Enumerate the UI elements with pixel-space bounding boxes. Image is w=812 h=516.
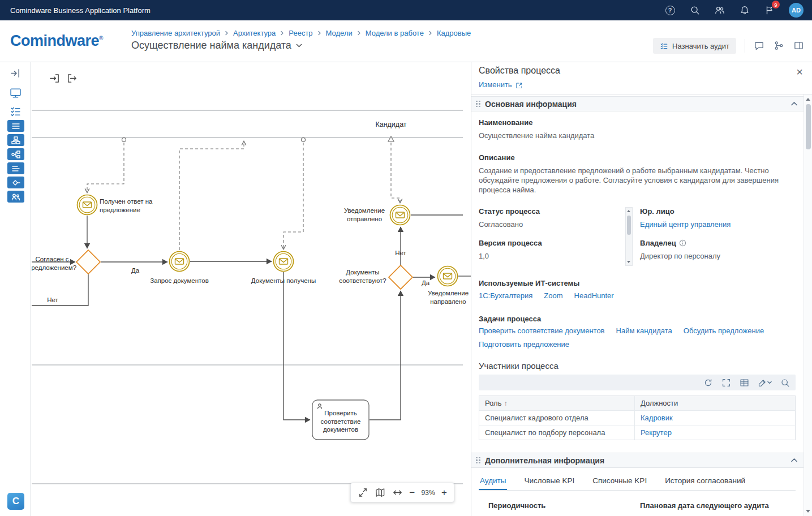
minimap-icon[interactable] <box>375 487 385 498</box>
tab-approval-history[interactable]: История согласований <box>664 474 746 490</box>
monitor-icon[interactable] <box>9 87 22 100</box>
scroll-down-icon[interactable] <box>627 261 630 263</box>
section-main-info-header[interactable]: Основная информация <box>471 96 804 111</box>
zoom-out-button[interactable]: − <box>409 488 415 497</box>
avatar[interactable]: AD <box>789 3 804 18</box>
gateway-docs-match[interactable] <box>389 265 413 289</box>
it-system-link[interactable]: Zoom <box>544 291 562 300</box>
breadcrumb-item[interactable]: Модели в работе <box>366 29 424 37</box>
role-cell: Специалист кадрового отдела <box>479 411 635 425</box>
search-icon[interactable] <box>780 378 790 388</box>
breadcrumb-item[interactable]: Кадровые <box>437 29 471 37</box>
scrollbar-thumb[interactable] <box>627 216 631 235</box>
sidebar-item-process[interactable] <box>7 148 24 160</box>
bell-icon[interactable] <box>739 5 750 16</box>
section-title: Дополнительная информация <box>485 456 604 465</box>
comindware-logo[interactable]: Comindware® <box>10 32 103 50</box>
help-icon[interactable]: ? <box>664 5 676 16</box>
event-notice-sent[interactable] <box>390 205 410 225</box>
section-additional-info-header[interactable]: Дополнительная информация <box>471 453 804 468</box>
sidebar-item-registry[interactable] <box>7 162 24 174</box>
search-icon[interactable] <box>689 5 701 16</box>
event-reply-received[interactable] <box>78 195 97 215</box>
breadcrumb-item[interactable]: Управление архитектурой <box>131 29 220 37</box>
breadcrumb-item[interactable]: Модели <box>326 29 353 37</box>
task-link[interactable]: Обсудить предложение <box>684 326 764 335</box>
table-row[interactable]: Специалист по подбору персонала Рекрутер <box>479 425 795 440</box>
edit-link[interactable]: Изменить <box>479 80 522 89</box>
fullscreen-icon[interactable] <box>358 487 368 498</box>
chevron-down-icon[interactable] <box>295 42 303 49</box>
edit-menu-icon[interactable] <box>758 378 772 388</box>
drag-handle-icon[interactable] <box>476 457 480 464</box>
drag-handle-icon[interactable] <box>476 101 480 108</box>
sidebar-item-diagram[interactable] <box>7 177 24 188</box>
info-icon[interactable] <box>679 239 686 247</box>
page-title: Осуществление найма кандидата <box>131 40 291 51</box>
table-row[interactable]: Специалист кадрового отдела Кадровик <box>479 411 795 425</box>
topbar-actions: ? 9 AD <box>664 3 804 18</box>
refresh-icon[interactable] <box>703 378 713 388</box>
tab-audits[interactable]: Аудиты <box>479 474 507 490</box>
gateway-label: Согласен с предложением? <box>32 255 80 272</box>
column-header-positions[interactable]: Должности <box>635 396 795 411</box>
users-icon[interactable] <box>714 5 725 16</box>
it-systems-label: Используемые ИТ-системы <box>479 279 579 287</box>
layout-panel-icon[interactable] <box>793 40 805 51</box>
breadcrumb-item[interactable]: Реестр <box>289 29 312 37</box>
zoom-toolbar: − 93% + <box>350 483 454 502</box>
expand-table-icon[interactable] <box>721 378 731 388</box>
event-notice-directed[interactable] <box>438 266 458 286</box>
scrollbar-thumb[interactable] <box>806 104 811 149</box>
position-link[interactable]: Кадровик <box>641 414 673 422</box>
task-link[interactable]: Найм кандидата <box>616 326 672 335</box>
inner-scrollbar[interactable] <box>625 207 633 266</box>
chevron-right-icon <box>428 31 433 36</box>
legal-entity-link[interactable]: Единый центр управления <box>640 220 793 229</box>
checklist-icon[interactable] <box>9 105 22 118</box>
it-system-link[interactable]: HeadHunter <box>574 291 614 300</box>
sidebar-item-hierarchy[interactable] <box>7 134 24 146</box>
fit-width-icon[interactable] <box>392 487 403 498</box>
bpmn-diagram <box>32 62 471 516</box>
left-sidebar: C <box>0 62 31 516</box>
zoom-in-button[interactable]: + <box>441 488 447 497</box>
breadcrumb-item[interactable]: Архитектура <box>233 29 276 37</box>
bpmn-canvas[interactable]: Кандидат Получен ответ на предложение Со… <box>32 62 471 516</box>
tab-list-kpi[interactable]: Списочные KPI <box>591 474 648 490</box>
sidebar-item-list[interactable] <box>7 120 24 132</box>
task-link[interactable]: Подготовить предложение <box>479 340 569 349</box>
close-icon[interactable]: × <box>796 66 803 78</box>
swimlane-lines <box>32 110 463 484</box>
versions-branch-icon[interactable] <box>774 40 785 51</box>
divider <box>471 94 812 94</box>
event-docs-request[interactable] <box>170 252 190 272</box>
topbar: Comindware Business Application Platform… <box>0 0 812 20</box>
lane-label: Кандидат <box>368 120 414 129</box>
sidebar-item-people[interactable] <box>7 191 24 203</box>
it-system-link[interactable]: 1С:Бухгалтерия <box>479 291 532 300</box>
flow-label-yes: Да <box>418 279 433 287</box>
tab-numeric-kpi[interactable]: Числовые KPI <box>523 474 575 490</box>
collapse-sidebar-icon[interactable] <box>9 67 22 80</box>
checklist-icon <box>660 42 668 50</box>
column-header-role[interactable]: Роль↑ <box>479 396 635 411</box>
process-tasks-label: Задачи процесса <box>479 315 541 323</box>
chevron-up-icon[interactable] <box>790 100 798 108</box>
position-link[interactable]: Рекрутер <box>641 428 672 437</box>
task-link[interactable]: Проверить соответствие документов <box>479 326 605 335</box>
flag-icon[interactable]: 9 <box>764 5 775 16</box>
comments-icon[interactable] <box>754 40 765 51</box>
table-view-icon[interactable] <box>740 378 749 388</box>
assign-audit-button[interactable]: Назначить аудит <box>653 38 736 54</box>
additional-info-tabs: Аудиты Числовые KPI Списочные KPI Истори… <box>479 474 796 491</box>
panel-scrollbar[interactable] <box>804 94 812 516</box>
scroll-up-icon[interactable] <box>627 210 630 212</box>
chevron-right-icon <box>224 31 229 36</box>
chevron-up-icon[interactable] <box>790 456 798 465</box>
event-docs-received[interactable] <box>274 252 294 272</box>
scroll-up-icon[interactable] <box>806 98 810 101</box>
scroll-down-icon[interactable] <box>806 510 810 513</box>
comindware-c-logo[interactable]: C <box>7 493 24 510</box>
task-label: Проверить соответствие документов <box>313 409 368 434</box>
